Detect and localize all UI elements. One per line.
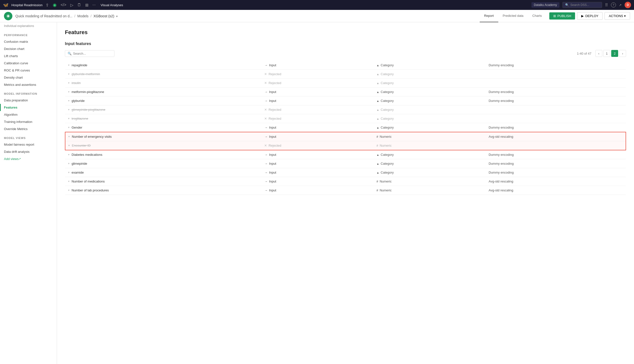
run-icon[interactable]: ▷ (70, 3, 73, 8)
share-icon[interactable]: ⇪ (46, 3, 49, 8)
sidebar-item-roc-&-pr-curves[interactable]: ROC & PR curves (0, 67, 57, 74)
feature-processing: Dummy encoding (489, 170, 514, 174)
page-2-button[interactable]: 2 (611, 50, 618, 57)
page-1-button[interactable]: 1 (603, 50, 610, 57)
feature-role: Input (269, 99, 276, 102)
deploy-play-icon: ▶ (581, 14, 584, 18)
table-row: ▾ Number of emergency visits → Input # N… (65, 132, 626, 141)
sidebar-item-lift-charts[interactable]: Lift charts (0, 52, 57, 60)
code-icon[interactable]: </> (61, 3, 66, 7)
feature-type-cell: ▲ Category (373, 114, 486, 123)
type-icon: # (376, 144, 378, 148)
help-button[interactable]: ? (611, 2, 616, 8)
sidebar-item-decision-chart[interactable]: Decision chart (0, 45, 57, 52)
feature-processing: Dummy encoding (489, 162, 514, 166)
table-row: ▾ Number of medications → Input # Numeri… (65, 177, 626, 186)
feature-name: Encounter ID (72, 144, 91, 148)
feature-type: Numeric (380, 188, 391, 192)
feature-type: Category (381, 126, 394, 129)
sidebar: Individual explanations PERFORMANCEConfu… (0, 22, 57, 364)
prev-page-button[interactable]: ‹ (595, 50, 602, 57)
sidebar-item-metrics-and-assertions[interactable]: Metrics and assertions (0, 81, 57, 88)
search-input[interactable] (73, 52, 112, 56)
table-row: ▾ examide → Input ▲ Category Dummy encod… (65, 168, 626, 177)
role-icon: → (264, 153, 268, 156)
breadcrumb-models[interactable]: Models (77, 14, 88, 18)
flow-icon[interactable]: ◉ (53, 2, 57, 8)
actions-dropdown-icon: ▾ (624, 14, 626, 18)
row-drag-icon: ▾ (68, 81, 70, 84)
tab-report[interactable]: Report (480, 10, 498, 22)
table-row: ▾ repaglinide → Input ▲ Category Dummy e… (65, 61, 626, 70)
breadcrumb-dropdown-icon[interactable]: ▾ (116, 14, 118, 18)
publish-button[interactable]: ⊞ PUBLISH (549, 12, 575, 20)
global-search[interactable]: 🔍 Search DSS... (562, 2, 602, 8)
sidebar-item-data-drift-analysis[interactable]: Data drift analysis (0, 148, 57, 155)
feature-type: Category (381, 81, 394, 85)
project-name[interactable]: Hospital Readmission (12, 3, 43, 7)
deploy-icon[interactable]: 🗒 (77, 3, 81, 7)
row-drag-icon: ▾ (68, 153, 70, 156)
sidebar-item-training-information[interactable]: Training information (0, 118, 57, 125)
next-page-button[interactable]: › (619, 50, 626, 57)
sidebar-item-add-views[interactable]: Add views ↗ (0, 155, 57, 162)
external-link-icon[interactable]: ↗ (619, 3, 622, 7)
feature-role: Rejected (269, 144, 281, 148)
feature-processing: Dummy encoding (489, 153, 514, 156)
sidebar-item-model-fairness-report[interactable]: Model fairness report (0, 141, 57, 148)
breadcrumb: Quick modeling of Readmitted on d... / M… (15, 14, 118, 18)
sidebar-item-override-metrics[interactable]: Override Metrics (0, 125, 57, 132)
sidebar-item-confusion-matrix[interactable]: Confusion matrix (0, 38, 57, 45)
type-icon: ▲ (376, 162, 379, 165)
tab-charts[interactable]: Charts (528, 10, 546, 22)
actions-button[interactable]: ACTIONS ▾ (604, 12, 630, 20)
monitor-icon[interactable]: ⊞ (85, 3, 88, 8)
user-avatar[interactable]: D (624, 2, 631, 8)
feature-type: Category (381, 162, 394, 166)
feature-search[interactable]: 🔍 (65, 50, 114, 57)
sidebar-item-density-chart[interactable]: Density chart (0, 74, 57, 81)
feature-name-cell: ▾ Number of lab procedures (65, 186, 261, 195)
feature-name-cell: ▾ glyburide-metformin (65, 70, 261, 79)
more-icon[interactable]: ··· (92, 3, 96, 7)
feature-name-cell: ▾ Diabetes medications (65, 150, 261, 159)
type-icon: # (376, 189, 378, 192)
feature-processing-cell: Dummy encoding (486, 168, 626, 177)
search-icon: 🔍 (68, 52, 72, 56)
row-drag-icon: ▾ (68, 144, 70, 147)
sidebar-item-features[interactable]: Features (0, 104, 57, 111)
type-icon: ▲ (376, 171, 379, 174)
feature-name-cell: ▾ metformin-pioglitazone (65, 88, 261, 96)
feature-type: Category (381, 153, 394, 156)
feature-name-cell: ▾ glimepiride (65, 159, 261, 168)
tab-predicted-data[interactable]: Predicted data (498, 10, 528, 22)
row-drag-icon: ▾ (68, 171, 70, 174)
feature-name: Number of lab procedures (72, 188, 109, 192)
sidebar-item-algorithm[interactable]: Algorithm (0, 111, 57, 118)
feature-processing-cell: Avg-std rescaling (486, 132, 626, 141)
sidebar-top-item[interactable]: Individual explanations (0, 22, 57, 30)
feature-name-cell: ▾ Number of emergency visits (65, 132, 261, 141)
role-icon: → (264, 180, 268, 183)
breadcrumb-project[interactable]: Quick modeling of Readmitted on d... (15, 14, 72, 18)
row-drag-icon: ▾ (68, 126, 70, 129)
feature-type-cell: ▲ Category (373, 96, 486, 105)
academy-btn[interactable]: Dataiku Academy (531, 2, 559, 8)
breadcrumb-current[interactable]: XGBoost (s2) ▾ (93, 14, 118, 18)
sidebar-item-calibration-curve[interactable]: Calibration curve (0, 60, 57, 67)
feature-role: Rejected (269, 108, 281, 112)
feature-type: Numeric (380, 135, 391, 138)
feature-processing-cell (486, 105, 626, 114)
feature-role: Input (269, 63, 276, 67)
feature-role: Rejected (269, 117, 281, 120)
deploy-button[interactable]: ▶ DEPLOY (577, 12, 602, 20)
feature-name-cell: ▾ examide (65, 168, 261, 177)
sidebar-item-data-preparation[interactable]: Data preparation (0, 97, 57, 104)
search-placeholder: Search DSS... (570, 3, 589, 7)
feature-name-cell: ▾ repaglinide (65, 61, 261, 70)
grid-icon[interactable]: ⠿ (605, 3, 608, 8)
feature-processing-cell (486, 70, 626, 79)
table-row: ▾ glyburide-metformin ✕ Rejected ▲ Categ… (65, 70, 626, 79)
feature-role-cell: ✕ Rejected (261, 141, 373, 150)
feature-role: Rejected (269, 81, 281, 85)
